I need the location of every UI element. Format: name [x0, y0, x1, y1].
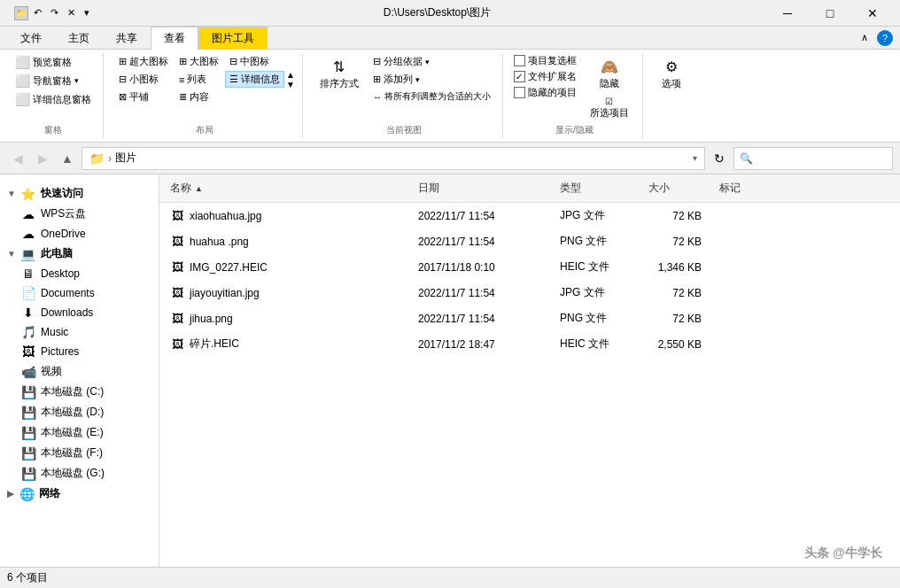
extra-large-icon-button[interactable]: ⊞ 超大图标 [114, 53, 173, 70]
preview-pane-button[interactable]: ⬜ 预览窗格 [11, 53, 96, 71]
dropdown-arrow[interactable]: ▾ [81, 5, 93, 20]
tab-picture-tools[interactable]: 图片工具 [198, 27, 268, 50]
sidebar-item-documents[interactable]: 📄 Documents [0, 283, 159, 303]
file-size-cell: 72 KB [645, 284, 716, 302]
up-button[interactable]: ▲ [57, 148, 78, 169]
refresh-button[interactable]: ↻ [709, 148, 730, 169]
sidebar-item-wps-cloud[interactable]: ☁ WPS云盘 [0, 204, 159, 224]
nav-pane-button[interactable]: ⬜ 导航窗格 ▾ [11, 72, 96, 89]
item-checkbox-box[interactable] [514, 55, 525, 66]
ribbon-content: ⬜ 预览窗格 ⬜ 导航窗格 ▾ ⬜ 详细信息窗格 窗格 [0, 50, 900, 142]
tab-home[interactable]: 主页 [55, 27, 103, 50]
path-dropdown-arrow[interactable]: ▾ [693, 153, 697, 163]
table-row[interactable]: 🖼 jihua.png 2022/11/7 11:54 PNG 文件 72 KB [159, 306, 900, 331]
details-pane-button[interactable]: ⬜ 详细信息窗格 [11, 90, 96, 108]
file-type-icon: 🖼 [170, 260, 184, 275]
table-row[interactable]: 🖼 xiaohuahua.jpg 2022/11/7 11:54 JPG 文件 … [159, 203, 900, 228]
show-hide-content: 项目复选框 ✓ 文件扩展名 隐藏的项目 🙈 [514, 53, 635, 122]
redo-button[interactable]: ↷ [47, 5, 62, 20]
sidebar-item-pictures[interactable]: 🖼 Pictures [0, 342, 159, 361]
sidebar-item-onedrive[interactable]: ☁ OneDrive [0, 224, 159, 244]
search-input[interactable] [756, 152, 889, 165]
layout-group-label: 布局 [196, 124, 213, 136]
content-button[interactable]: ≣ 内容 [175, 89, 223, 105]
nav-pane-dropdown[interactable]: ▾ [74, 76, 79, 85]
table-row[interactable]: 🖼 IMG_0227.HEIC 2017/11/18 0:10 HEIC 文件 … [159, 254, 900, 280]
table-row[interactable]: 🖼 jiayouyitian.jpg 2022/11/7 11:54 JPG 文… [159, 280, 900, 306]
pictures-folder-icon: 🖼 [21, 344, 35, 359]
show-hide-row: 项目复选框 ✓ 文件扩展名 隐藏的项目 🙈 [514, 53, 635, 122]
search-bar[interactable]: 🔍 [733, 147, 893, 170]
details-button[interactable]: ☰ 详细信息 [225, 71, 284, 88]
tab-share[interactable]: 共享 [103, 27, 151, 50]
layout-scroll-up[interactable]: ▲ [286, 70, 295, 80]
options-button[interactable]: ⚙ 选项 [654, 53, 689, 93]
layout-scroll-down[interactable]: ▼ [286, 80, 295, 89]
sidebar-item-disk-c[interactable]: 💾 本地磁盘 (C:) [0, 382, 159, 402]
tab-view[interactable]: 查看 [151, 27, 198, 50]
back-button[interactable]: ◀ [7, 148, 28, 169]
title-bar: 📁 ↶ ↷ ✕ ▾ D:\Users\Desktop\图片 ─ □ ✕ [0, 0, 900, 27]
fit-columns-button[interactable]: ↔ 将所有列调整为合适的大小 [369, 89, 495, 104]
col-header-type[interactable]: 类型 [556, 178, 645, 198]
sidebar-item-disk-d[interactable]: 💾 本地磁盘 (D:) [0, 402, 159, 422]
tile-button[interactable]: ⊠ 平铺 [114, 89, 173, 105]
maximize-button[interactable]: □ [810, 0, 850, 27]
add-column-button[interactable]: ⊞ 添加列 ▾ [369, 71, 495, 88]
sidebar-item-videos[interactable]: 📹 视频 [0, 361, 159, 382]
selected-items-button[interactable]: ☑ 所选项目 [584, 94, 635, 122]
forward-button[interactable]: ▶ [32, 148, 53, 169]
large-icon-button[interactable]: ⊞ 大图标 [175, 53, 223, 70]
sort-by-button[interactable]: ⇅ 排序方式 [314, 53, 365, 104]
current-view-buttons: ⇅ 排序方式 ⊟ 分组依据 ▾ ⊞ 添加列 ▾ [314, 53, 495, 122]
file-ext-checkbox-box[interactable]: ✓ [514, 71, 525, 82]
item-checkbox-toggle[interactable]: 项目复选框 [514, 53, 577, 68]
minimize-button[interactable]: ─ [767, 0, 808, 27]
sidebar-item-downloads[interactable]: ⬇ Downloads [0, 303, 159, 322]
sidebar-item-disk-g[interactable]: 💾 本地磁盘 (G:) [0, 463, 159, 484]
file-name: jiayouyitian.jpg [190, 287, 260, 299]
medium-icon-button[interactable]: ⊟ 中图标 [225, 53, 284, 70]
sidebar-item-disk-f[interactable]: 💾 本地磁盘 (F:) [0, 443, 159, 463]
address-path[interactable]: 📁 › 图片 ▾ [81, 147, 705, 170]
sidebar-item-this-pc[interactable]: ▼ 💻 此电脑 [0, 244, 159, 264]
delete-qa-button[interactable]: ✕ [64, 5, 79, 20]
file-name-cell: 🖼 jihua.png [167, 309, 415, 329]
wps-cloud-icon: ☁ [21, 207, 35, 221]
col-header-tag[interactable]: 标记 [716, 178, 893, 198]
group-by-button[interactable]: ⊟ 分组依据 ▾ [369, 53, 495, 70]
close-button[interactable]: ✕ [852, 0, 893, 27]
hidden-items-checkbox-box[interactable] [514, 87, 525, 98]
table-row[interactable]: 🖼 huahua .png 2022/11/7 11:54 PNG 文件 72 … [159, 228, 900, 254]
sidebar-item-network[interactable]: ▶ 🌐 网络 [0, 484, 159, 504]
group-by-dropdown[interactable]: ▾ [425, 58, 430, 66]
sidebar-item-disk-e[interactable]: 💾 本地磁盘 (E:) [0, 422, 159, 443]
network-toggle: ▶ [7, 489, 14, 499]
col-header-name[interactable]: 名称 ▲ [167, 178, 415, 198]
sidebar-item-quick-access[interactable]: ▼ ⭐ 快速访问 [0, 183, 159, 204]
tab-file[interactable]: 文件 [7, 27, 55, 50]
add-column-dropdown[interactable]: ▾ [415, 75, 420, 84]
hide-button[interactable]: 🙈 隐藏 [584, 53, 635, 93]
hidden-items-toggle[interactable]: 隐藏的项目 [514, 85, 577, 100]
file-type-cell: JPG 文件 [556, 205, 645, 226]
layout-col-3: ⊟ 中图标 ☰ 详细信息 [225, 53, 284, 105]
col-header-date[interactable]: 日期 [415, 178, 556, 198]
list-button[interactable]: ≡ 列表 [175, 71, 223, 88]
sidebar: ▼ ⭐ 快速访问 ☁ WPS云盘 ☁ OneDrive ▼ 💻 此电脑 🖥 De… [0, 174, 159, 567]
undo-button[interactable]: ↶ [30, 5, 45, 20]
sidebar-resizer[interactable] [155, 174, 159, 567]
add-column-icon: ⊞ [373, 74, 381, 85]
sidebar-item-desktop[interactable]: 🖥 Desktop [0, 264, 159, 283]
file-date-cell: 2022/11/7 11:54 [415, 284, 556, 302]
table-row[interactable]: 🖼 碎片.HEIC 2017/11/2 18:47 HEIC 文件 2,550 … [159, 331, 900, 357]
path-current: 图片 [115, 151, 136, 166]
help-button[interactable]: ? [877, 30, 893, 46]
file-type-icon: 🖼 [170, 235, 184, 249]
col-header-size[interactable]: 大小 [645, 178, 716, 198]
ribbon-collapse-button[interactable]: ∧ [856, 30, 873, 45]
small-icon-button[interactable]: ⊟ 小图标 [114, 71, 173, 88]
file-ext-toggle[interactable]: ✓ 文件扩展名 [514, 69, 577, 84]
disk-d-icon: 💾 [21, 406, 35, 420]
sidebar-item-music[interactable]: 🎵 Music [0, 322, 159, 342]
